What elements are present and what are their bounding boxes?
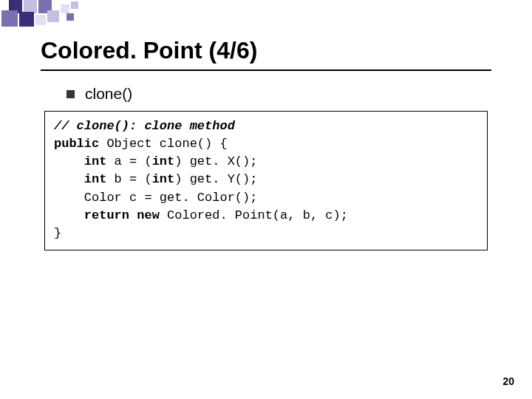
decor-square [61, 4, 69, 13]
indent [54, 208, 84, 222]
title-underline [41, 69, 491, 71]
code-text: ) get. Y(); [174, 172, 257, 186]
code-text: Object clone() { [99, 137, 227, 151]
kw-return-new: return new [84, 208, 160, 222]
kw-int: int [152, 154, 175, 168]
code-text: } [54, 226, 61, 240]
indent [54, 154, 84, 168]
code-text: a = ( [106, 154, 151, 168]
code-text: Colored. Point(a, b, c); [160, 208, 348, 222]
code-block: // clone(): clone method public Object c… [54, 117, 478, 242]
bullet-row: clone() [66, 85, 132, 103]
decor-square [1, 10, 18, 27]
kw-int: int [152, 172, 175, 186]
indent [54, 172, 84, 186]
code-box: // clone(): clone method public Object c… [44, 111, 488, 250]
code-text: ) get. X(); [174, 154, 257, 168]
page-number: 20 [502, 375, 514, 387]
bullet-text: clone() [85, 85, 132, 103]
decor-square [35, 15, 46, 25]
decor-square [47, 10, 59, 22]
code-text: Color c = get. Color(); [54, 191, 257, 205]
kw-int: int [84, 172, 107, 186]
kw-public: public [54, 137, 99, 151]
decor-square [71, 1, 78, 9]
decor-square [66, 13, 74, 21]
code-text: b = ( [106, 172, 151, 186]
slide-decor [0, 0, 118, 37]
slide-title: Colored. Point (4/6) [41, 37, 257, 64]
decor-square [19, 12, 34, 27]
bullet-icon [66, 90, 75, 98]
kw-int: int [84, 154, 107, 168]
code-comment: // clone(): clone method [54, 119, 235, 133]
